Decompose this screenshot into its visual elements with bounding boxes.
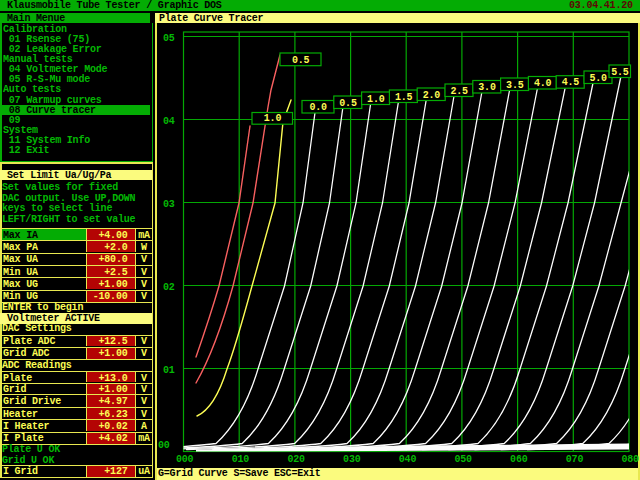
svg-text:01: 01 — [163, 365, 175, 376]
svg-text:080: 080 — [622, 454, 640, 465]
svg-text:00: 00 — [158, 440, 170, 451]
svg-text:3.0: 3.0 — [478, 82, 496, 93]
svg-text:2.5: 2.5 — [451, 86, 469, 97]
svg-text:060: 060 — [510, 454, 528, 465]
svg-text:000: 000 — [176, 454, 194, 465]
svg-text:4.5: 4.5 — [562, 77, 580, 88]
svg-text:5.0: 5.0 — [590, 73, 608, 84]
svg-text:04: 04 — [163, 116, 175, 127]
svg-text:020: 020 — [287, 454, 305, 465]
svg-text:5.5: 5.5 — [611, 67, 629, 78]
svg-text:040: 040 — [399, 454, 417, 465]
svg-text:030: 030 — [343, 454, 361, 465]
svg-text:1.5: 1.5 — [395, 92, 413, 103]
svg-text:05: 05 — [163, 33, 175, 44]
svg-text:0.5: 0.5 — [339, 98, 357, 109]
svg-text:1.0: 1.0 — [367, 94, 385, 105]
svg-text:1.0: 1.0 — [264, 113, 282, 124]
svg-text:2.0: 2.0 — [423, 90, 441, 101]
svg-text:070: 070 — [566, 454, 584, 465]
svg-text:03: 03 — [163, 199, 175, 210]
svg-text:050: 050 — [454, 454, 472, 465]
svg-text:010: 010 — [232, 454, 250, 465]
svg-text:0.5: 0.5 — [292, 55, 310, 66]
svg-text:0.0: 0.0 — [310, 102, 328, 113]
svg-text:3.5: 3.5 — [506, 80, 524, 91]
svg-text:02: 02 — [163, 282, 175, 293]
svg-text:4.0: 4.0 — [534, 78, 552, 89]
